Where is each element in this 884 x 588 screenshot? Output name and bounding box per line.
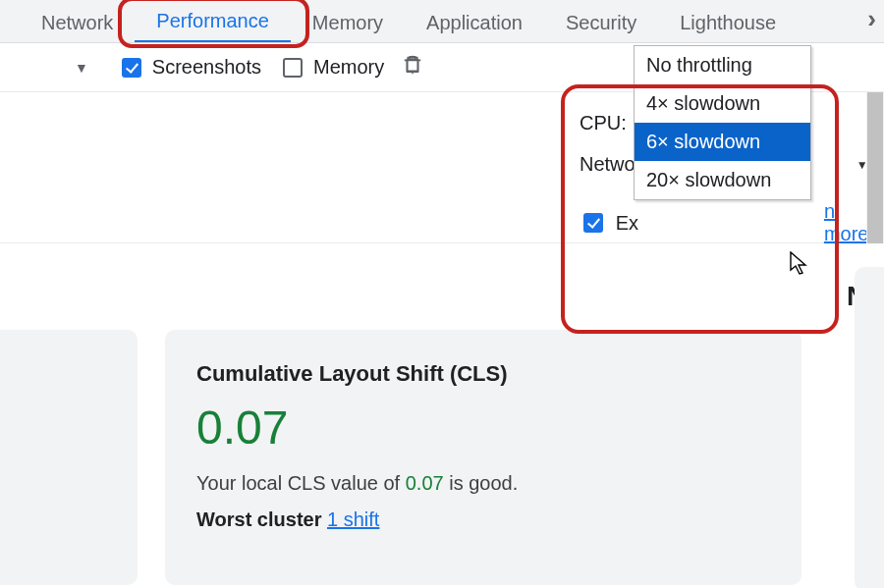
network-label-partial: Netwo xyxy=(580,153,635,176)
toolbar-dropdown-icon[interactable]: ▼ xyxy=(69,58,94,78)
cpu-option-no-throttling[interactable]: No throttling xyxy=(635,46,810,84)
cls-text-post: is good. xyxy=(444,472,519,494)
mouse-cursor-icon xyxy=(790,251,809,277)
memory-toggle[interactable]: Memory xyxy=(279,55,384,80)
extension-checkbox[interactable] xyxy=(583,213,603,233)
cpu-option-4x[interactable]: 4× slowdown xyxy=(635,84,810,123)
memory-checkbox[interactable] xyxy=(283,58,303,78)
cls-text-pre: Your local CLS value of xyxy=(196,472,406,494)
tab-network[interactable]: Network xyxy=(20,4,135,42)
memory-label: Memory xyxy=(313,56,384,79)
extension-row: Ex n more xyxy=(580,200,884,245)
extension-label-partial: Ex xyxy=(616,212,638,235)
metric-card-left-partial xyxy=(0,330,138,585)
more-tabs-icon[interactable]: › xyxy=(852,0,884,42)
screenshots-label: Screenshots xyxy=(152,56,261,79)
screenshots-toggle[interactable]: Screenshots xyxy=(118,55,261,80)
cls-card: Cumulative Layout Shift (CLS) 0.07 Your … xyxy=(165,330,801,585)
metric-card-right-partial xyxy=(855,267,884,588)
cls-assessment-text: Your local CLS value of 0.07 is good. xyxy=(196,472,770,495)
cpu-throttling-dropdown[interactable]: No throttling 4× slowdown 6× slowdown 20… xyxy=(634,45,811,200)
tab-lighthouse[interactable]: Lighthouse xyxy=(658,4,798,42)
tab-security[interactable]: Security xyxy=(544,4,658,42)
cls-worst-cluster: Worst cluster 1 shift xyxy=(196,508,770,531)
worst-cluster-label: Worst cluster xyxy=(196,508,321,530)
cls-value: 0.07 xyxy=(196,401,770,454)
cpu-label: CPU: xyxy=(580,112,627,134)
screenshots-checkbox[interactable] xyxy=(122,58,141,78)
clear-icon[interactable] xyxy=(402,54,423,80)
worst-cluster-link[interactable]: 1 shift xyxy=(327,508,379,530)
cpu-option-6x[interactable]: 6× slowdown xyxy=(635,123,810,161)
tab-performance[interactable]: Performance xyxy=(135,2,291,42)
devtools-tabstrip: Network Performance Memory Application S… xyxy=(0,0,884,43)
cpu-option-20x[interactable]: 20× slowdown xyxy=(635,161,810,199)
tab-memory[interactable]: Memory xyxy=(291,4,405,42)
cls-title: Cumulative Layout Shift (CLS) xyxy=(196,361,770,387)
metrics-area: Ne Cumulative Layout Shift (CLS) 0.07 Yo… xyxy=(0,243,884,588)
tab-application[interactable]: Application xyxy=(405,4,544,42)
cls-text-value: 0.07 xyxy=(406,472,444,494)
